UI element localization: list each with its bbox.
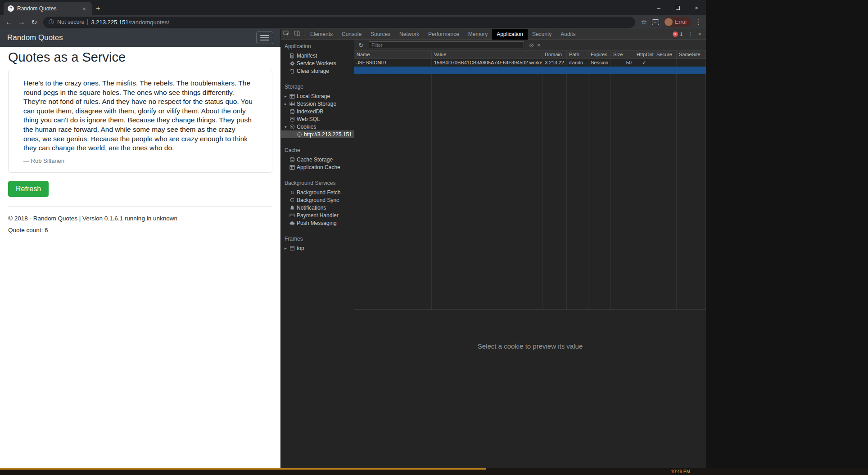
devtools-tab-application[interactable]: Application xyxy=(492,29,528,40)
column-header-secure[interactable]: Secure xyxy=(654,51,677,58)
column-header-value[interactable]: Value xyxy=(432,51,542,58)
devtools-close-icon[interactable]: × xyxy=(695,31,704,37)
sidebar-item-label: Manifest xyxy=(297,53,317,59)
sidebar-item-background-sync[interactable]: Background Sync xyxy=(281,196,354,204)
sidebar-item-background-fetch[interactable]: Background Fetch xyxy=(281,188,354,196)
restore-button[interactable] xyxy=(668,0,687,15)
chevron-down-icon[interactable]: ▾ xyxy=(285,125,289,129)
delete-cookie-icon[interactable]: × xyxy=(537,42,541,49)
column-header-expires[interactable]: Expires ... xyxy=(588,51,611,58)
omnibox-divider xyxy=(87,19,88,25)
devtools-tab-network[interactable]: Network xyxy=(395,29,424,40)
devtools-menu-icon[interactable]: ⋮ xyxy=(686,31,695,37)
page-body: Quotes as a Service Here's to the crazy … xyxy=(0,47,280,468)
cookies-toolbar: ↻ ⊘ × xyxy=(354,40,706,51)
devtools-tab-elements[interactable]: Elements xyxy=(306,29,337,40)
sidebar-item-push-messaging[interactable]: Push Messaging xyxy=(281,219,354,227)
refresh-quote-button[interactable]: Refresh xyxy=(8,181,49,197)
sidebar-item-service-workers[interactable]: Service Workers xyxy=(281,59,354,67)
clear-filter-icon[interactable]: ⊘ xyxy=(529,42,534,49)
sidebar-item-web-sql[interactable]: Web SQL xyxy=(281,115,354,123)
inspect-cursor-icon xyxy=(283,31,289,37)
cookie-filter-input[interactable] xyxy=(369,41,524,49)
chevron-right-icon[interactable]: ▸ xyxy=(285,102,289,106)
refresh-cookies-icon[interactable]: ↻ xyxy=(357,41,366,49)
error-badge[interactable]: × 1 xyxy=(673,31,683,37)
cookie-cell-domain[interactable]: 3.213.22... xyxy=(542,59,567,67)
devtools-tab-audits[interactable]: Audits xyxy=(556,29,580,40)
minimize-button[interactable]: – xyxy=(649,0,668,15)
forward-button[interactable]: → xyxy=(15,16,28,28)
sidebar-item-cache-storage[interactable]: Cache Storage xyxy=(281,156,354,163)
sidebar-item-indexeddb[interactable]: IndexedDB xyxy=(281,108,354,115)
column-header-name[interactable]: Name xyxy=(354,51,432,58)
cookie-icon xyxy=(289,124,297,130)
sidebar-item-notifications[interactable]: Notifications xyxy=(281,204,354,211)
tab-title: Random Quotes xyxy=(17,5,77,12)
browser-window: ” Random Quotes × + – × ← → ↻ ⓘ Not secu… xyxy=(0,0,706,468)
devtools-panel: ElementsConsoleSourcesNetworkPerformance… xyxy=(280,29,706,468)
sidebar-item-application-cache[interactable]: Application Cache xyxy=(281,163,354,171)
sidebar-item-payment-handler[interactable]: Payment Handler xyxy=(281,211,354,219)
navbar-toggler-button[interactable] xyxy=(256,31,273,44)
cookie-cell-size[interactable]: 50 xyxy=(611,59,634,67)
sidebar-item-label: Background Fetch xyxy=(297,189,340,196)
info-icon[interactable]: ⓘ xyxy=(49,18,54,26)
device-toolbar-button[interactable] xyxy=(292,29,303,40)
sidebar-item-top[interactable]: ▸top xyxy=(281,244,354,252)
extension-icon[interactable]: ⋯ xyxy=(652,19,659,25)
bookmark-star-icon[interactable]: ☆ xyxy=(638,18,650,26)
site-brand[interactable]: Random Quotes xyxy=(7,33,63,42)
url-text: 3.213.225.151/randomquotes/ xyxy=(91,19,169,26)
restore-icon xyxy=(676,6,680,10)
cookie-preview-pane: Select a cookie to preview its value xyxy=(354,309,706,468)
column-header-domain[interactable]: Domain xyxy=(542,51,567,58)
sidebar-item-http-3-213-225-151[interactable]: http://3.213.225.151 xyxy=(281,130,354,138)
selected-cookie-row[interactable] xyxy=(354,67,706,74)
devtools-tab-performance[interactable]: Performance xyxy=(424,29,464,40)
new-tab-button[interactable]: + xyxy=(92,2,104,15)
sidebar-item-session-storage[interactable]: ▸Session Storage xyxy=(281,100,354,108)
devtools-tab-memory[interactable]: Memory xyxy=(464,29,492,40)
column-header-path[interactable]: Path xyxy=(567,51,588,58)
cookie-cell-value[interactable]: 156B0D70BB41CB3A805A74E64F394502.worker2 xyxy=(432,59,542,67)
column-header-samesite[interactable]: SameSite xyxy=(677,51,706,58)
cookie-cell-samesite[interactable] xyxy=(677,59,706,67)
tab-close-icon[interactable]: × xyxy=(81,5,88,12)
devtools-tab-sources[interactable]: Sources xyxy=(366,29,395,40)
inspect-element-button[interactable] xyxy=(281,29,292,40)
devtools-tab-security[interactable]: Security xyxy=(528,29,556,40)
browser-menu-icon[interactable]: ⋮ xyxy=(693,18,703,26)
cookie-cell-secure[interactable] xyxy=(654,59,677,67)
site-navbar: Random Quotes xyxy=(0,29,280,47)
profile-button[interactable]: Error xyxy=(664,17,691,27)
reload-button[interactable]: ↻ xyxy=(28,16,41,28)
cookie-cell-name[interactable]: JSESSIONID xyxy=(354,59,432,67)
frame-icon xyxy=(289,246,297,251)
chevron-right-icon[interactable]: ▸ xyxy=(285,94,289,99)
sidebar-section-background-services: Background ServicesBackground FetchBackg… xyxy=(281,177,354,227)
browser-tab[interactable]: ” Random Quotes × xyxy=(4,2,92,15)
sidebar-item-label: Application Cache xyxy=(297,164,340,170)
cookies-filler xyxy=(354,74,706,309)
sidebar-item-manifest[interactable]: Manifest xyxy=(281,52,354,59)
column-header-size[interactable]: Size xyxy=(611,51,634,58)
sidebar-item-local-storage[interactable]: ▸Local Storage xyxy=(281,92,354,100)
back-button[interactable]: ← xyxy=(3,16,15,28)
devtools-tab-console[interactable]: Console xyxy=(337,29,366,40)
cookie-cell-path[interactable]: /rando... xyxy=(567,59,588,67)
sidebar-item-cookies[interactable]: ▾Cookies xyxy=(281,123,354,130)
close-button[interactable]: × xyxy=(687,0,706,15)
cookie-cell-expires[interactable]: Session xyxy=(588,59,611,67)
cookie-icon xyxy=(297,132,304,137)
cookie-cell-httponly[interactable]: ✓ xyxy=(634,59,654,67)
trash-icon xyxy=(289,68,297,74)
column-header-httponly[interactable]: HttpOnly xyxy=(634,51,654,58)
grid-icon xyxy=(289,165,297,170)
chevron-right-icon[interactable]: ▸ xyxy=(285,246,289,251)
sidebar-item-clear-storage[interactable]: Clear storage xyxy=(281,67,354,75)
cookie-row[interactable]: JSESSIONID156B0D70BB41CB3A805A74E64F3945… xyxy=(354,59,706,67)
empty-column xyxy=(611,74,634,309)
address-bar[interactable]: ⓘ Not secure 3.213.225.151/randomquotes/ xyxy=(43,17,635,28)
cloud-icon xyxy=(289,220,297,226)
